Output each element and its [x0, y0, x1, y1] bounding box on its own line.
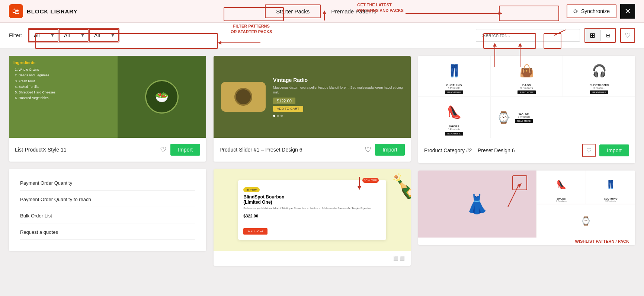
view-small-button[interactable]: ⊟: [602, 30, 615, 41]
recipe-item: Shredded Hard Cheeses: [19, 90, 113, 95]
tab-premade-patterns[interactable]: Premade Patterns: [321, 5, 387, 17]
cat-item-electronic: 🎧 ELECTRONIC 5 Produ... READ MORE: [563, 56, 635, 96]
bourbon-bottle-image: 🍾: [389, 172, 411, 200]
recipe-preview: Ingredients Whole Grains Beans and Legum…: [9, 56, 206, 138]
card-1-wishlist-button[interactable]: ♡: [160, 145, 167, 154]
card-product-category-2: 👗 👠 SHOES 5 Products 👖 CLOTHING: [418, 171, 635, 245]
bourbon-add-button[interactable]: Add to Cart: [243, 228, 267, 235]
heart-icon: ♡: [625, 31, 631, 39]
cat-item-shoes: 👠 SHOES 5 Products READ MORE: [418, 97, 490, 138]
cat-clothing-read: READ MORE: [445, 90, 463, 94]
card-5-footer: ⬜ ⬜: [214, 251, 411, 266]
recipe-heading: Ingredients: [13, 60, 113, 65]
card-2-footer: Product Slider #1 – Preset Design 6 ♡ Im…: [214, 138, 411, 162]
cat-shoes-read: READ MORE: [445, 132, 463, 136]
cat-bags-read: READ MORE: [518, 90, 535, 94]
cat2-clothing-sub: 5 Products: [605, 200, 616, 202]
card-2-wishlist-button[interactable]: ♡: [365, 145, 371, 154]
cat2-shoes: 👠 SHOES 5 Products: [537, 171, 586, 204]
view-divider: [600, 30, 601, 41]
card-6-thumb: 👗 👠 SHOES 5 Products 👖 CLOTHING: [418, 171, 635, 238]
card-2-actions: ♡ Import: [365, 144, 405, 156]
header-right: ⟳ Synchronize ✕: [567, 4, 635, 19]
filter-select-3-wrap: All ▼: [89, 29, 119, 42]
bourbon-preview: 35% OFF In Party BlindSpot Bourbon(Limit…: [214, 169, 411, 251]
close-button[interactable]: ✕: [620, 4, 635, 19]
card-1-import-button[interactable]: Import: [170, 144, 200, 156]
recipe-item: Beans and Legumes: [19, 73, 113, 78]
radio-dot-2: [277, 115, 279, 117]
cat-watch-sub: 5 Products: [515, 115, 533, 118]
card-payment: Payment Order Quantity Payment Order Qua…: [9, 169, 206, 251]
recipe-item: Whole Grains: [19, 67, 113, 73]
cat-electronic-sub: 5 Produ...: [593, 87, 605, 89]
recipe-item: Fresh Fruit: [19, 79, 113, 84]
cat-electronic-read: READ MORE: [590, 90, 608, 94]
category2-preview: 👗 👠 SHOES 5 Products 👖 CLOTHING: [418, 171, 635, 238]
cat2-dress: 👗: [418, 171, 536, 238]
recipe-list: Whole Grains Beans and Legumes Fresh Fru…: [13, 67, 113, 101]
recipe-item: Roasted Vegetables: [19, 95, 113, 101]
sync-label: Synchronize: [581, 8, 610, 14]
filter-select-2-wrap: All ▼: [59, 29, 89, 42]
sync-button[interactable]: ⟳ Synchronize: [567, 4, 616, 18]
bourbon-sale-badge: 35% OFF: [362, 178, 379, 183]
column-3: 👖 CLOTHING 5 Products READ MORE 👜 BAGS 5…: [418, 56, 635, 266]
card-5-thumb: 35% OFF In Party BlindSpot Bourbon(Limit…: [214, 169, 411, 251]
logo-area: 🛍 BLOCK LIBRARY: [9, 4, 78, 18]
nav-tabs: Starter Packs Premade Patterns: [93, 4, 559, 18]
bourbon-title: BlindSpot Bourbon(Limited One): [243, 194, 381, 205]
card-2-title: Product Slider #1 – Preset Design 6: [220, 147, 365, 153]
filter-select-2[interactable]: All: [59, 29, 89, 42]
recipe-ingredients: Ingredients Whole Grains Beans and Legum…: [9, 56, 118, 138]
card-bourbon: 35% OFF In Party BlindSpot Bourbon(Limit…: [214, 169, 411, 266]
payment-row-3: Bulk Order List: [20, 213, 195, 223]
filter-select-3[interactable]: All: [89, 29, 119, 42]
cat2-clothing-label: CLOTHING: [604, 197, 618, 200]
wishlist-filter-button[interactable]: ♡: [620, 28, 635, 43]
bourbon-party-badge: In Party: [243, 187, 260, 192]
card-2-import-button[interactable]: Import: [375, 144, 405, 156]
cat-watch-info: WATCH 5 Products READ MORE: [515, 112, 533, 123]
large-grid-icon: ⊞: [590, 31, 595, 39]
search-input[interactable]: [476, 29, 580, 42]
category-grid: 👖 CLOTHING 5 Products READ MORE 👜 BAGS 5…: [418, 56, 635, 138]
cat2-shoes-sub: 5 Products: [556, 200, 567, 202]
column-1: Ingredients Whole Grains Beans and Legum…: [9, 56, 206, 266]
cat-shoes-sub: 5 Products: [448, 128, 460, 131]
card-product-category: 👖 CLOTHING 5 Products READ MORE 👜 BAGS 5…: [418, 56, 635, 163]
cat-item-clothing: 👖 CLOTHING 5 Products READ MORE: [418, 56, 490, 96]
tab-starter-packs[interactable]: Starter Packs: [265, 4, 321, 18]
header: 🛍 BLOCK LIBRARY Starter Packs Premade Pa…: [0, 0, 644, 23]
filter-select-1[interactable]: All: [29, 29, 58, 42]
cat2-top: 👠 SHOES 5 Products 👖 CLOTHING 5 Products: [537, 171, 635, 204]
cat-bag-icon: 👜: [519, 58, 534, 83]
radio-cta: ADD TO CART: [273, 106, 303, 112]
cat2-shoes-icon: 👠: [556, 172, 566, 197]
card-3-actions: ♡ Import: [582, 144, 629, 157]
cat-headphones-icon: 🎧: [592, 58, 607, 83]
card-3-title: Product Category #2 – Preset Design 6: [424, 147, 582, 153]
view-toggle: ⊞ ⊟: [584, 28, 616, 43]
cat2-right-side: 👠 SHOES 5 Products 👖 CLOTHING 5 Products…: [537, 171, 635, 238]
card-3-import-button[interactable]: Import: [599, 144, 629, 156]
card-list-productx: Ingredients Whole Grains Beans and Legum…: [9, 56, 206, 162]
card-product-slider: Vintage Radio Maecenas dictum orci a pel…: [214, 56, 411, 162]
filter-bar: Filter: All ▼ All ▼ All ▼ FILTER PATTERN…: [0, 23, 644, 48]
cat-item-bag: 👜 BAGS 5 Products READ MORE: [491, 56, 563, 96]
view-large-button[interactable]: ⊞: [585, 29, 600, 42]
card-3-wishlist-button[interactable]: ♡: [582, 144, 596, 157]
filter-select-1-wrap: All ▼: [29, 29, 58, 42]
cat2-jeans-icon: 👖: [606, 172, 616, 197]
cat-watch-read: READ MORE: [515, 119, 533, 123]
radio-preview: Vintage Radio Maecenas dictum orci a pel…: [214, 56, 411, 138]
cat2-shoes-label: SHOES: [557, 197, 566, 200]
card-1-actions: ♡ Import: [160, 144, 200, 156]
cat-watch-icon: ⌚: [497, 111, 510, 124]
column-2: Vintage Radio Maecenas dictum orci a pel…: [214, 56, 411, 266]
card-2-thumb: Vintage Radio Maecenas dictum orci a pel…: [214, 56, 411, 138]
bourbon-price: $322.00: [243, 214, 381, 218]
card-1-title: List-ProductX Style 11: [15, 147, 160, 153]
card-3-footer: Product Category #2 – Preset Design 6 ♡ …: [418, 138, 635, 163]
recipe-item: Baked Tortilla: [19, 84, 113, 90]
